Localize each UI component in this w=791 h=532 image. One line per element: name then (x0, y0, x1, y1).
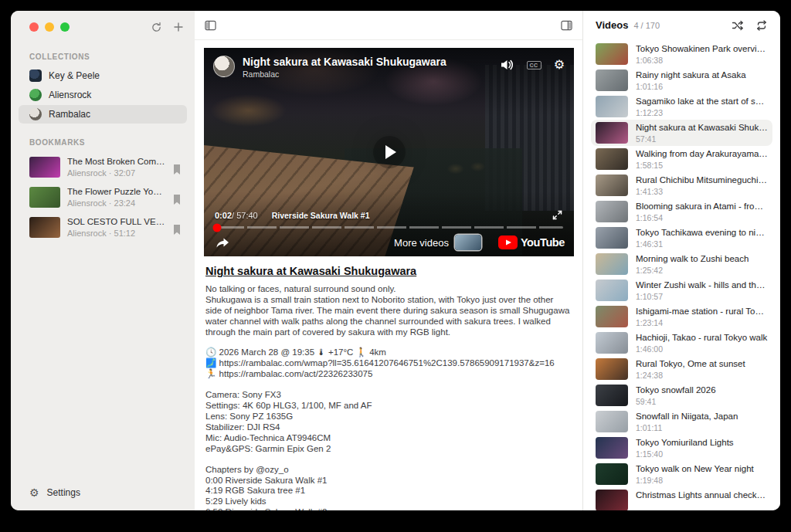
bookmark-item[interactable]: The Flower Puzzle You've All Been... Ali… (19, 183, 187, 212)
playlist-item-thumbnail (596, 69, 628, 91)
youtube-wordmark: YouTube (521, 236, 565, 249)
share-icon[interactable] (215, 236, 230, 249)
chapter-line: 6:50 Riverside Sakura Walk #2 (205, 507, 572, 510)
minimize-window-button[interactable] (45, 22, 54, 32)
player-settings-icon[interactable]: ⚙ (554, 59, 565, 71)
playlist-item-duration: 1:16:54 (636, 213, 768, 222)
player-channel-name[interactable]: Rambalac (243, 69, 446, 79)
collection-avatar (29, 69, 42, 82)
playlist-item-duration: 1:10:57 (636, 292, 768, 301)
volume-icon[interactable] (500, 59, 514, 71)
playlist-item[interactable]: Hachioji, Takao - rural Tokyo walk 1:46:… (591, 330, 772, 356)
video-player[interactable]: Night sakura at Kawasaki Shukugawara Ram… (204, 48, 574, 256)
current-time: 0:02 (215, 211, 232, 220)
zoom-window-button[interactable] (60, 22, 70, 32)
collection-name: Key & Peele (49, 70, 100, 81)
description-link[interactable]: 🏃 https://rambalac.com/act/22326233075 (205, 369, 572, 380)
playlist-item[interactable]: Christmas Lights annual check at Enoshim… (591, 487, 772, 510)
playlist-item-title: Rural Chichibu Mitsumineguchi walk (636, 175, 768, 185)
playlist-item-duration: 1:12:23 (636, 108, 768, 117)
playlist-item-duration: 1:25:42 (636, 266, 768, 275)
collection-item-rambalac[interactable]: Rambalac (19, 105, 187, 124)
playlist-title: Videos (596, 19, 628, 31)
repeat-icon[interactable] (755, 20, 768, 31)
refresh-icon[interactable] (151, 22, 162, 33)
subtitles-icon[interactable]: CC (527, 61, 541, 69)
playlist-item-duration: 57:41 (636, 134, 768, 144)
bookmark-item[interactable]: The Most Broken Combo I've Ever See... A… (19, 153, 187, 181)
bookmark-item[interactable]: SOL CESTO FULL VERSION IS FINALL... Alie… (19, 213, 187, 242)
playlist-item-thumbnail (596, 437, 628, 459)
sidebar: COLLECTIONS Key & Peele Aliensrock Ramba… (11, 11, 195, 510)
description-links: 🗾 https://rambalac.com/wmap?ll=35.616412… (205, 358, 572, 380)
playlist-item-thumbnail (596, 358, 628, 380)
player-video-title[interactable]: Night sakura at Kawasaki Shukugawara (243, 56, 446, 68)
playlist-item-duration: 1:01:16 (636, 82, 768, 91)
playlist-item[interactable]: Night sakura at Kawasaki Shukugawara 57:… (591, 120, 772, 146)
more-videos-thumbnail[interactable] (455, 235, 481, 250)
youtube-logo[interactable]: YouTube (498, 236, 565, 249)
add-collection-icon[interactable] (173, 22, 184, 32)
settings-button[interactable]: ⚙ Settings (11, 476, 195, 510)
bookmark-thumbnail (29, 187, 60, 208)
bookmark-title: The Most Broken Combo I've Ever See... (67, 157, 166, 166)
playlist-item-title: Night sakura at Kawasaki Shukugawara (636, 123, 768, 132)
channel-avatar[interactable] (213, 56, 235, 77)
player-top-overlay: Night sakura at Kawasaki Shukugawara Ram… (204, 48, 574, 116)
playlist-item[interactable]: Tokyo Tachikawa evening to night walk 1:… (591, 225, 772, 251)
progress-bar[interactable] (215, 226, 563, 229)
playlist-item[interactable]: Blooming sakura in Atami - from Kinomiya… (591, 198, 772, 225)
playlist-item-thumbnail (596, 43, 628, 65)
description-title[interactable]: Night sakura at Kawasaki Shukugawara (205, 266, 572, 277)
playlist-item[interactable]: Tokyo Showakinen Park overview during...… (591, 41, 772, 67)
fullscreen-icon[interactable] (552, 209, 563, 221)
playlist-item[interactable]: Rainy night sakura at Asaka 1:01:16 (591, 67, 772, 93)
toggle-left-sidebar-icon[interactable] (205, 20, 216, 31)
description-chapter-list: Chapters by @ozy_o0:00 Riverside Sakura … (205, 465, 572, 510)
gear-icon: ⚙ (29, 487, 39, 498)
playlist-item[interactable]: Rural Chichibu Mitsumineguchi walk 1:41:… (591, 172, 772, 198)
progress-scrubber[interactable] (213, 223, 222, 232)
playlist-item[interactable]: Walking from day Arakurayama to sunset..… (591, 146, 772, 172)
playlist-item-duration: 1:58:15 (636, 161, 768, 170)
bookmark-icon[interactable] (173, 164, 181, 175)
bookmarks-label: BOOKMARKS (11, 124, 195, 151)
collection-item-key-peele[interactable]: Key & Peele (19, 66, 187, 85)
playlist-item-duration: 1:01:11 (636, 423, 768, 432)
description-line: No talking or faces, natural surround so… (205, 284, 572, 295)
gear-line: Camera: Sony FX3 (205, 390, 572, 401)
gear-line: Settings: 4K 60p HLG3, 1/100, MF and AF (205, 401, 572, 412)
playlist-item-title: Tokyo Showakinen Park overview during... (636, 44, 768, 53)
playlist-item[interactable]: Morning walk to Zushi beach 1:25:42 (591, 251, 772, 277)
more-videos-button[interactable]: More videos (394, 235, 481, 250)
bookmark-icon[interactable] (173, 225, 181, 235)
playlist-item-title: Rainy night sakura at Asaka (636, 70, 768, 80)
chapter-label[interactable]: Riverside Sakura Walk #1 (272, 211, 370, 220)
collection-name: Rambalac (49, 109, 90, 120)
playlist-item-title: Hachioji, Takao - rural Tokyo walk (636, 333, 768, 342)
collection-item-aliensrock[interactable]: Aliensrock (19, 86, 187, 104)
playlist-item[interactable]: Sagamiko lake at the start of sakura sea… (591, 93, 772, 120)
playlist-item-title: Winter Zushi walk - hills and the sea, J… (636, 280, 768, 290)
playlist-item-duration: 1:19:48 (636, 476, 768, 485)
playlist-item-title: Tokyo walk on New Year night (636, 464, 768, 473)
progress-track (215, 226, 563, 229)
shuffle-icon[interactable] (732, 20, 744, 31)
play-button[interactable] (372, 135, 406, 169)
playlist-item[interactable]: Tokyo walk on New Year night 1:19:48 (591, 461, 772, 487)
playlist-item[interactable]: Snowfall in Niigata, Japan 1:01:11 (591, 408, 772, 435)
playlist-item[interactable]: Ishigami-mae station - rural Tokyo walk … (591, 303, 772, 330)
bookmark-icon[interactable] (173, 195, 181, 205)
player-time-row: 0:02 / 57:40 Riverside Sakura Walk #1 (215, 209, 563, 221)
playlist-item[interactable]: Tokyo snowfall 2026 59:41 (591, 382, 772, 408)
playlist-item-thumbnail (596, 463, 628, 485)
description-link[interactable]: 🗾 https://rambalac.com/wmap?ll=35.616412… (205, 358, 572, 369)
playlist-item-title: Tokyo snowfall 2026 (636, 385, 768, 395)
gear-line: Lens: Sony PZ 1635G (205, 412, 572, 422)
playlist-item[interactable]: Tokyo Yomiuriland Lights 1:15:40 (591, 435, 772, 461)
toggle-right-sidebar-icon[interactable] (561, 20, 572, 31)
playlist-item[interactable]: Winter Zushi walk - hills and the sea, J… (591, 277, 772, 303)
playlist-item-duration: 1:06:38 (636, 56, 768, 65)
close-window-button[interactable] (29, 22, 39, 32)
playlist-item[interactable]: Rural Tokyo, Ome at sunset 1:24:38 (591, 356, 772, 382)
